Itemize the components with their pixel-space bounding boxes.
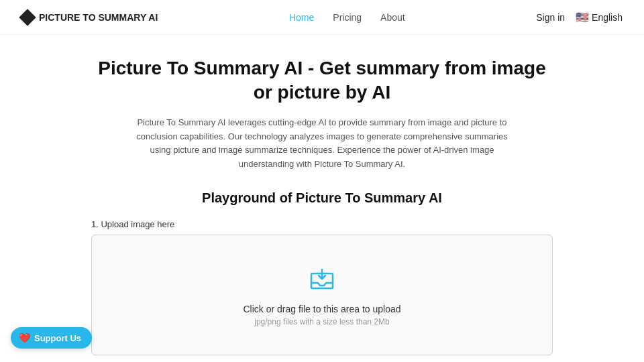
hero-description: Picture To Summary AI leverages cutting-… [134, 116, 510, 172]
support-button[interactable]: ❤️ Support Us [11, 327, 92, 349]
step1-label: 1. Upload image here [91, 219, 553, 229]
logo-diamond-icon [19, 9, 36, 25]
nav-about[interactable]: About [380, 12, 405, 23]
upload-icon [306, 263, 338, 297]
main-content: Picture To Summary AI - Get summary from… [80, 35, 564, 362]
hero-title: Picture To Summary AI - Get summary from… [91, 56, 553, 105]
logo-text: PICTURE TO SUMMARY AI [39, 12, 158, 23]
navbar: PICTURE TO SUMMARY AI Home Pricing About… [0, 0, 644, 35]
language-selector[interactable]: 🇺🇸 English [576, 11, 623, 23]
nav-links: Home Pricing About [289, 12, 405, 23]
language-label: English [592, 12, 623, 23]
nav-home[interactable]: Home [289, 12, 314, 23]
sign-in-link[interactable]: Sign in [536, 12, 565, 23]
upload-sub-text: jpg/png files with a size less than 2Mb [254, 317, 389, 326]
playground-title: Playground of Picture To Summary AI [91, 190, 553, 206]
heart-icon: ❤️ [19, 333, 30, 343]
language-flag-icon: 🇺🇸 [576, 11, 589, 23]
upload-main-text: Click or drag file to this area to uploa… [243, 304, 400, 314]
logo[interactable]: PICTURE TO SUMMARY AI [21, 11, 158, 23]
upload-area[interactable]: Click or drag file to this area to uploa… [91, 235, 553, 355]
navbar-right: Sign in 🇺🇸 English [536, 11, 623, 23]
nav-pricing[interactable]: Pricing [333, 12, 362, 23]
support-label: Support Us [34, 333, 81, 343]
